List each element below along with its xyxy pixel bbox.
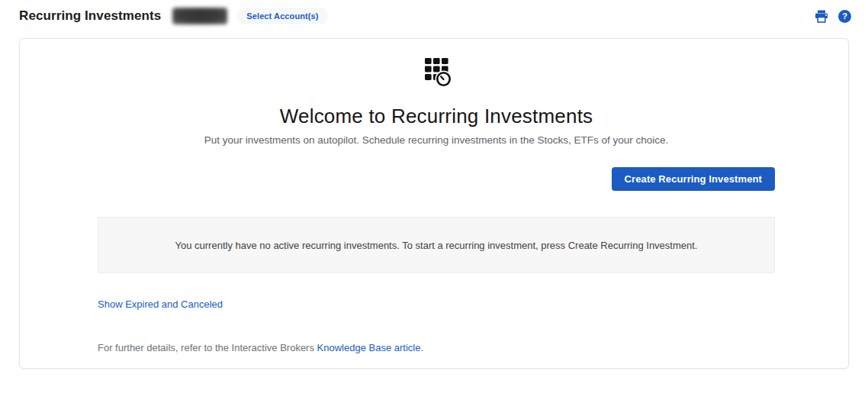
welcome-subtitle: Put your investments on autopilot. Sched…	[98, 134, 775, 147]
help-icon: ?	[838, 10, 851, 23]
create-recurring-investment-button[interactable]: Create Recurring Investment	[612, 167, 775, 191]
empty-state-message: You currently have no active recurring i…	[175, 240, 698, 251]
welcome-heading: Welcome to Recurring Investments	[98, 105, 775, 127]
select-accounts-button[interactable]: Select Account(s)	[237, 8, 327, 24]
page-title: Recurring Investments	[19, 8, 161, 24]
help-button[interactable]: ?	[838, 10, 851, 23]
page-header: Recurring Investments Select Account(s) …	[0, 0, 868, 26]
knowledge-base-link[interactable]: Knowledge Base article.	[317, 342, 423, 353]
recurring-investments-card: Welcome to Recurring Investments Put you…	[19, 38, 849, 369]
account-badge-redacted[interactable]	[172, 8, 227, 24]
hero-icon-container	[98, 57, 775, 86]
footer-note: For further details, refer to the Intera…	[98, 342, 775, 353]
show-expired-canceled-link[interactable]: Show Expired and Canceled	[98, 298, 223, 310]
create-button-row: Create Recurring Investment	[98, 167, 775, 191]
header-actions: ?	[815, 10, 851, 23]
print-button[interactable]	[815, 10, 828, 23]
printer-icon	[815, 10, 828, 23]
recurring-grid-clock-icon	[420, 57, 453, 91]
empty-state-banner: You currently have no active recurring i…	[98, 217, 775, 273]
footer-note-text: For further details, refer to the Intera…	[98, 342, 317, 353]
